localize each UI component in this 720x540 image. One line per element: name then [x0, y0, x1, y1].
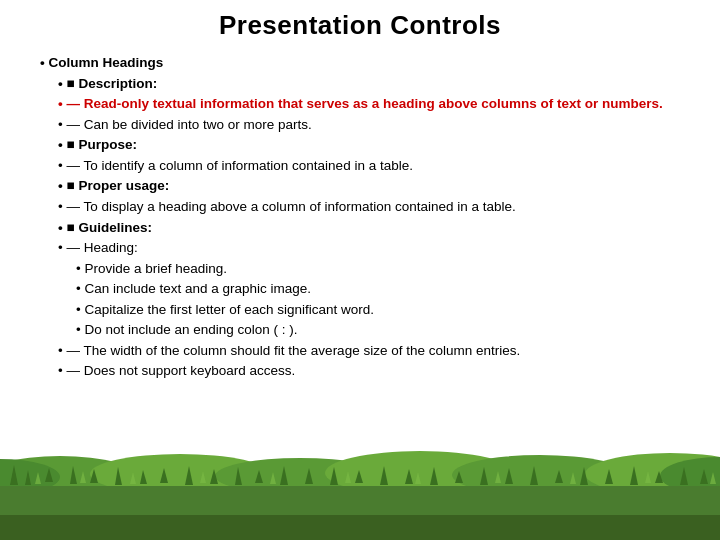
bullet-text: • ■ Purpose: — [58, 135, 137, 155]
list-item: • Do not include an ending colon ( : ). — [30, 320, 690, 340]
bullet-text: • Column Headings — [40, 53, 163, 73]
page-title: Presentation Controls — [30, 10, 690, 41]
bullet-text: • ■ Guidelines: — [58, 218, 152, 238]
bullet-text: • Provide a brief heading. — [76, 259, 227, 279]
bullet-text: • — Can be divided into two or more part… — [58, 115, 312, 135]
list-item: • Capitalize the first letter of each si… — [30, 300, 690, 320]
list-item: • ■ Proper usage: — [30, 176, 690, 196]
list-item: • Column Headings — [30, 53, 690, 73]
bullet-text: • — To identify a column of information … — [58, 156, 413, 176]
svg-rect-51 — [0, 515, 720, 540]
list-item: • — The width of the column should fit t… — [30, 341, 690, 361]
grass-background — [0, 430, 720, 540]
list-item: • Can include text and a graphic image. — [30, 279, 690, 299]
list-item: • ■ Guidelines: — [30, 218, 690, 238]
list-item: • ■ Purpose: — [30, 135, 690, 155]
list-item: • — Heading: — [30, 238, 690, 258]
bullet-text: • — Heading: — [58, 238, 138, 258]
bullet-text: • ■ Proper usage: — [58, 176, 169, 196]
bullet-text: • — Does not support keyboard access. — [58, 361, 295, 381]
bullet-text: • Can include text and a graphic image. — [76, 279, 311, 299]
list-item: • — To identify a column of information … — [30, 156, 690, 176]
bullet-text: • ■ Description: — [58, 74, 157, 94]
list-item: • Provide a brief heading. — [30, 259, 690, 279]
list-item: • — To display a heading above a column … — [30, 197, 690, 217]
list-item: • ■ Description: — [30, 74, 690, 94]
list-item: • — Read-only textual information that s… — [30, 94, 690, 114]
bullet-text: • Do not include an ending colon ( : ). — [76, 320, 298, 340]
list-item: • — Does not support keyboard access. — [30, 361, 690, 381]
main-content: Presentation Controls • Column Headings•… — [0, 0, 720, 392]
bullet-list: • Column Headings• ■ Description:• — Rea… — [30, 53, 690, 381]
list-item: • — Can be divided into two or more part… — [30, 115, 690, 135]
bullet-text: • Capitalize the first letter of each si… — [76, 300, 374, 320]
bullet-text: • — Read-only textual information that s… — [58, 94, 663, 114]
bullet-text: • — To display a heading above a column … — [58, 197, 516, 217]
bullet-text: • — The width of the column should fit t… — [58, 341, 520, 361]
